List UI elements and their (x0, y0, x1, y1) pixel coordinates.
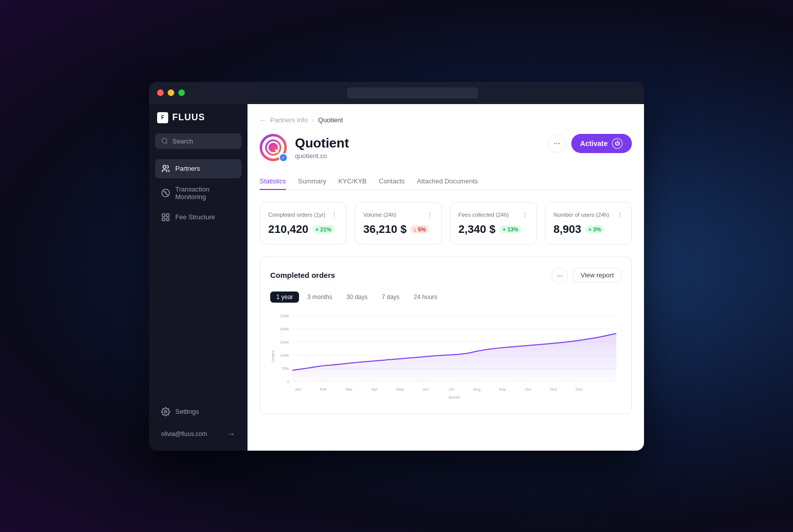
search-bar[interactable]: Search (155, 133, 241, 149)
time-filter-30days[interactable]: 30 days (340, 292, 374, 303)
tab-attached-documents[interactable]: Attached Documents (417, 173, 478, 190)
stat-card-users: Number of users (24h) ⋮ 8,903 + 3% (545, 202, 632, 245)
svg-text:Nov: Nov (550, 386, 557, 391)
sidebar-item-transaction-monitoring[interactable]: Transaction Monitoring (155, 180, 241, 206)
stat-more-3[interactable]: ⋮ (616, 211, 623, 219)
breadcrumb-separator: › (312, 116, 314, 124)
more-options-button[interactable]: ··· (548, 134, 566, 153)
tab-contacts[interactable]: Contacts (379, 173, 405, 190)
partners-icon (161, 164, 170, 173)
logout-icon[interactable]: → (227, 429, 235, 439)
sidebar-item-fee-structure[interactable]: Fee Structure (155, 208, 241, 227)
transaction-monitoring-label: Transaction Monitoring (175, 185, 235, 201)
svg-text:50K: 50K (282, 366, 290, 370)
time-filter-24hours[interactable]: 24 hours (408, 292, 443, 303)
partner-name: Quotient (295, 135, 349, 151)
logo-text: FLUUS (172, 112, 205, 123)
partner-logo-svg (264, 138, 282, 157)
svg-text:Apr: Apr (371, 386, 378, 391)
settings-label: Settings (175, 408, 199, 415)
svg-text:250K: 250K (280, 313, 289, 318)
partner-info: ✓ Quotient quotient.co (260, 134, 349, 161)
svg-text:May: May (396, 386, 404, 391)
search-icon (161, 137, 168, 144)
svg-text:200K: 200K (280, 326, 289, 331)
partner-header-actions: ··· Activate ⏻ (548, 134, 632, 153)
stat-badge-1: ↓ 5% (411, 225, 429, 233)
logo-icon: F (157, 112, 168, 123)
stat-value-0: 210,420 (268, 223, 309, 236)
breadcrumb-back-button[interactable]: ← (260, 116, 266, 124)
sidebar-item-partners[interactable]: Partners (155, 159, 241, 178)
stat-label-0: Completed orders (1yr) (268, 212, 325, 218)
stat-more-0[interactable]: ⋮ (331, 211, 338, 219)
svg-text:Aug: Aug (473, 386, 480, 391)
transaction-monitoring-icon (161, 188, 170, 198)
stat-card-fees: Fees collected (24h) ⋮ 2,340 $ + 13% (450, 202, 537, 245)
breadcrumb: ← Partners Info › Quotient (260, 116, 632, 124)
svg-text:Jan: Jan (294, 386, 301, 391)
minimize-button[interactable] (168, 89, 174, 96)
stat-value-1: 36,210 $ (363, 223, 407, 236)
svg-text:Jun: Jun (422, 386, 429, 391)
stat-more-2[interactable]: ⋮ (521, 211, 528, 219)
time-filter-1year[interactable]: 1 year (270, 292, 299, 303)
tab-summary[interactable]: Summary (298, 173, 326, 190)
svg-text:Feb: Feb (320, 386, 327, 391)
view-report-button[interactable]: View report (573, 268, 621, 282)
svg-text:Orders: Orders (271, 350, 275, 362)
stat-label-2: Fees collected (24h) (459, 212, 509, 218)
user-email: olivia@fluus.com (161, 430, 223, 438)
url-bar[interactable] (347, 87, 478, 99)
partner-header: ✓ Quotient quotient.co ··· Activate ⏻ (260, 134, 632, 161)
fee-structure-label: Fee Structure (175, 213, 215, 221)
fee-structure-icon (161, 213, 170, 222)
partner-avatar: ✓ (260, 134, 287, 161)
stat-card-volume: Volume (24h) ⋮ 36,210 $ ↓ 5% (355, 202, 441, 245)
sidebar-item-settings[interactable]: Settings (155, 402, 241, 421)
sidebar-bottom: Settings olivia@fluus.com → (155, 402, 241, 443)
stat-badge-2: + 13% (500, 225, 522, 233)
breadcrumb-parent[interactable]: Partners Info (270, 116, 308, 124)
app-body: F FLUUS Search Partners T (149, 104, 644, 451)
stat-badge-3: + 3% (585, 225, 604, 233)
tab-statistics[interactable]: Statistics (260, 173, 286, 190)
close-button[interactable] (157, 89, 164, 96)
svg-text:100K: 100K (280, 353, 289, 357)
power-icon: ⏻ (612, 138, 623, 149)
stat-badge-0: + 21% (313, 225, 335, 233)
sidebar: F FLUUS Search Partners T (149, 104, 247, 451)
time-filter-3months[interactable]: 3 months (301, 292, 338, 303)
svg-rect-5 (162, 218, 165, 220)
svg-text:0: 0 (287, 379, 289, 383)
svg-point-0 (162, 138, 167, 143)
stat-card-completed-orders: Completed orders (1yr) ⋮ 210,420 + 21% (260, 202, 346, 245)
breadcrumb-current: Quotient (318, 116, 343, 124)
partner-domain: quotient.co (295, 152, 349, 160)
stat-label-1: Volume (24h) (363, 212, 396, 218)
activate-label: Activate (580, 139, 608, 148)
svg-rect-3 (162, 214, 165, 216)
chart-svg: 250K 200K 150K 100K 50K 0 Orders Jan (270, 311, 621, 402)
activate-button[interactable]: Activate ⏻ (571, 134, 632, 153)
chart-header-actions: ··· View report (552, 267, 621, 283)
chart-title: Completed orders (270, 271, 335, 279)
settings-icon (161, 407, 170, 416)
time-filters: 1 year 3 months 30 days 7 days 24 hours (270, 292, 621, 303)
stat-value-3: 8,903 (554, 223, 581, 236)
partners-label: Partners (175, 165, 200, 172)
app-window: F FLUUS Search Partners T (149, 82, 644, 451)
stats-row: Completed orders (1yr) ⋮ 210,420 + 21% V… (260, 202, 632, 245)
svg-text:Sep: Sep (499, 386, 507, 391)
svg-text:Dec: Dec (576, 386, 583, 391)
svg-rect-6 (167, 218, 169, 220)
maximize-button[interactable] (178, 89, 185, 96)
stat-more-1[interactable]: ⋮ (426, 211, 433, 219)
title-bar (149, 82, 644, 104)
chart-more-button[interactable]: ··· (552, 267, 568, 283)
partner-name-block: Quotient quotient.co (295, 135, 349, 160)
tabs: Statistics Summary KYC/KYB Contacts Atta… (260, 173, 632, 190)
svg-rect-4 (167, 214, 169, 216)
tab-kyc-kyb[interactable]: KYC/KYB (338, 173, 367, 190)
time-filter-7days[interactable]: 7 days (376, 292, 406, 303)
